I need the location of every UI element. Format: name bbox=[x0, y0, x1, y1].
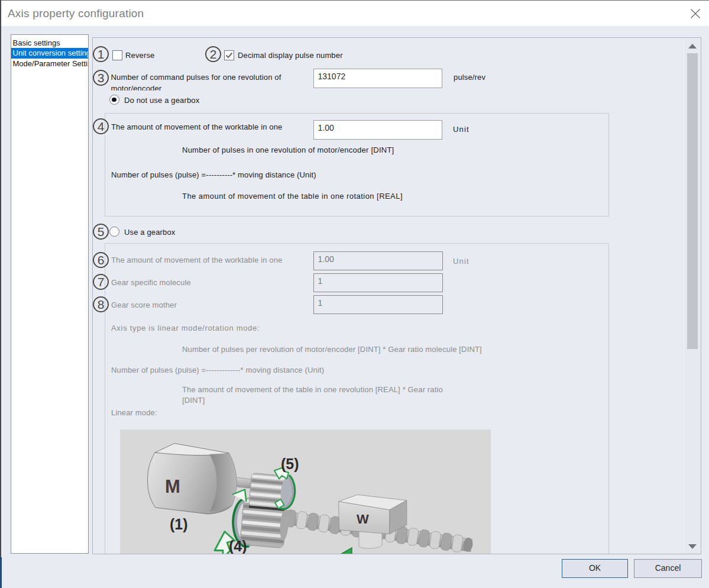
svg-text:(5): (5) bbox=[281, 455, 299, 472]
svg-text:M: M bbox=[165, 476, 180, 497]
svg-text:(1): (1) bbox=[170, 516, 188, 532]
svg-text:W: W bbox=[357, 512, 369, 526]
svg-text:(4): (4) bbox=[229, 538, 247, 554]
